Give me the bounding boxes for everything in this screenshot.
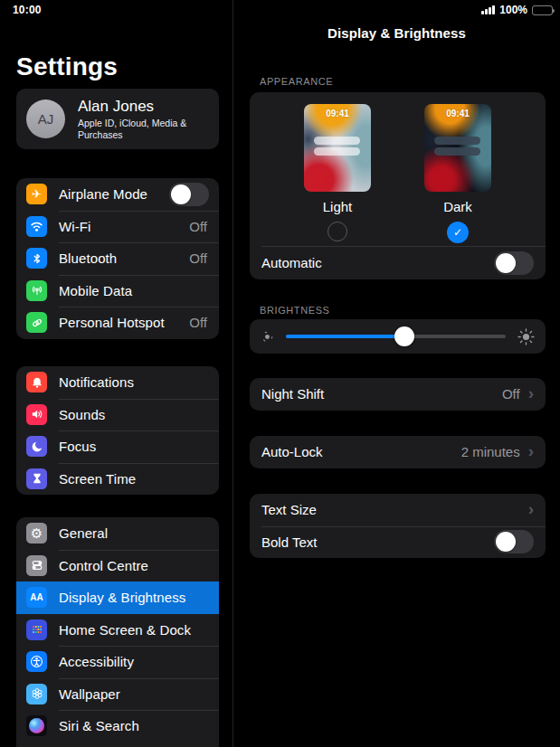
sidebar-item-general[interactable]: ⚙ General	[16, 517, 219, 550]
sidebar-item-wifi[interactable]: Wi-Fi Off	[16, 211, 219, 243]
sidebar-item-label: Mobile Data	[59, 283, 209, 298]
sidebar-group-general: ⚙ General Control Centre AA Display & Br…	[16, 517, 219, 747]
bluetooth-icon	[26, 248, 47, 269]
sidebar-item-label: Sounds	[59, 407, 209, 422]
dark-radio-checked[interactable]: ✓	[447, 222, 469, 243]
night-shift-label: Night Shift	[261, 386, 502, 402]
siri-icon	[26, 715, 47, 736]
chevron-right-icon: ›	[528, 500, 534, 517]
display-brightness-panel: Display & Brightness APPEARANCE 09:41 Li…	[233, 0, 560, 747]
hotspot-icon	[26, 312, 47, 333]
sidebar-group-alerts: Notifications Sounds Focus Screen Time	[16, 366, 219, 495]
brightness-bright-icon	[517, 328, 535, 345]
bold-text-toggle[interactable]	[494, 530, 534, 553]
speaker-icon	[26, 404, 47, 425]
sidebar-item-airplane-mode[interactable]: ✈ Airplane Mode	[16, 178, 219, 211]
sidebar-item-display-brightness[interactable]: AA Display & Brightness	[16, 582, 219, 614]
automatic-row[interactable]: Automatic	[250, 246, 546, 279]
sidebar-item-mobile-data[interactable]: Mobile Data	[16, 275, 219, 307]
moon-icon	[26, 436, 47, 457]
text-settings-card: Text Size › Bold Text	[250, 494, 546, 558]
brightness-dim-icon	[261, 330, 274, 344]
brightness-slider[interactable]	[286, 326, 506, 346]
apple-id-profile[interactable]: AJ Alan Jones Apple ID, iCloud, Media & …	[16, 89, 219, 149]
auto-lock-row[interactable]: Auto-Lock 2 minutes ›	[250, 436, 546, 468]
chevron-right-icon: ›	[528, 384, 534, 402]
light-option-label: Light	[323, 199, 353, 214]
bell-icon	[26, 372, 47, 392]
preview-clock: 09:41	[424, 109, 491, 118]
brightness-slider-fill	[286, 335, 404, 338]
appearance-section-label: APPEARANCE	[260, 76, 333, 87]
avatar: AJ	[26, 99, 65, 138]
appearance-option-dark[interactable]: 09:41 Dark ✓	[424, 104, 491, 243]
preview-clock: 09:41	[304, 109, 371, 118]
sidebar-item-label: Airplane Mode	[59, 186, 169, 202]
preview-notification-bars	[314, 137, 360, 158]
sidebar-item-label: Wallpaper	[59, 686, 209, 702]
appearance-option-light[interactable]: 09:41 Light	[304, 104, 371, 243]
text-size-label: Text Size	[261, 502, 528, 517]
auto-lock-label: Auto-Lock	[261, 444, 461, 459]
sidebar-item-notifications[interactable]: Notifications	[16, 366, 219, 399]
auto-lock-card: Auto-Lock 2 minutes ›	[250, 436, 546, 468]
grid-icon	[26, 619, 47, 640]
automatic-label: Automatic	[261, 255, 494, 270]
profile-name: Alan Jones	[78, 98, 214, 116]
airplane-icon: ✈	[26, 184, 47, 204]
sidebar-item-siri-search[interactable]: Siri & Search	[16, 710, 219, 742]
gear-icon: ⚙	[26, 523, 47, 544]
wifi-icon	[26, 216, 47, 237]
sidebar-item-value: Off	[189, 315, 207, 330]
sidebar-item-bluetooth[interactable]: Bluetooth Off	[16, 242, 219, 275]
sidebar-group-connectivity: ✈ Airplane Mode Wi-Fi Off Bluetooth Off …	[16, 178, 219, 339]
sidebar-item-label: Siri & Search	[59, 718, 209, 733]
sidebar-item-personal-hotspot[interactable]: Personal Hotspot Off	[16, 307, 219, 339]
antenna-icon	[26, 280, 47, 301]
dark-option-label: Dark	[443, 199, 472, 214]
aa-icon: AA	[26, 587, 47, 608]
toggles-icon	[26, 555, 47, 576]
sidebar-item-label: Control Centre	[59, 558, 209, 573]
page-title: Settings	[16, 52, 118, 81]
dark-mode-preview[interactable]: 09:41	[424, 104, 491, 192]
sidebar-item-label: Accessibility	[59, 654, 209, 669]
sidebar-item-label: Bluetooth	[59, 251, 189, 266]
night-shift-card: Night Shift Off ›	[250, 378, 546, 411]
light-mode-preview[interactable]: 09:41	[304, 104, 371, 192]
sidebar-item-label: General	[59, 525, 209, 541]
accessibility-icon	[26, 651, 47, 672]
sidebar-item-value: Off	[189, 251, 207, 266]
sidebar-item-label: Display & Brightness	[59, 590, 209, 605]
chevron-right-icon: ›	[528, 442, 534, 459]
sidebar-item-control-centre[interactable]: Control Centre	[16, 550, 219, 582]
panel-title: Display & Brightness	[233, 25, 560, 41]
airplane-mode-toggle[interactable]	[169, 183, 209, 206]
light-radio[interactable]	[327, 222, 347, 241]
brightness-card	[250, 319, 546, 354]
preview-notification-bars	[434, 137, 480, 158]
sidebar-item-wallpaper[interactable]: Wallpaper	[16, 678, 219, 711]
text-size-row[interactable]: Text Size ›	[250, 494, 546, 526]
appearance-card: 09:41 Light 09:41 Dark ✓ Automatic	[250, 92, 546, 279]
sidebar-item-screen-time[interactable]: Screen Time	[16, 463, 219, 496]
bold-text-row[interactable]: Bold Text	[250, 526, 546, 559]
hourglass-icon	[26, 468, 47, 489]
brightness-section-label: BRIGHTNESS	[260, 305, 330, 316]
sidebar-item-label: Screen Time	[59, 471, 209, 487]
sidebar-item-label: Wi-Fi	[59, 219, 189, 234]
sidebar-item-value: Off	[189, 219, 207, 234]
sidebar-item-label: Focus	[59, 439, 209, 454]
sidebar-item-label: Notifications	[59, 374, 209, 390]
sidebar-item-sounds[interactable]: Sounds	[16, 399, 219, 431]
night-shift-row[interactable]: Night Shift Off ›	[250, 378, 546, 411]
bold-text-label: Bold Text	[261, 534, 494, 550]
automatic-toggle[interactable]	[494, 251, 534, 275]
auto-lock-value: 2 minutes	[461, 444, 520, 459]
sidebar-item-focus[interactable]: Focus	[16, 430, 219, 463]
brightness-slider-thumb[interactable]	[394, 326, 414, 346]
night-shift-value: Off	[502, 386, 520, 402]
sidebar-item-label: Home Screen & Dock	[59, 622, 209, 638]
sidebar-item-accessibility[interactable]: Accessibility	[16, 646, 219, 678]
sidebar-item-home-screen-dock[interactable]: Home Screen & Dock	[16, 614, 219, 647]
